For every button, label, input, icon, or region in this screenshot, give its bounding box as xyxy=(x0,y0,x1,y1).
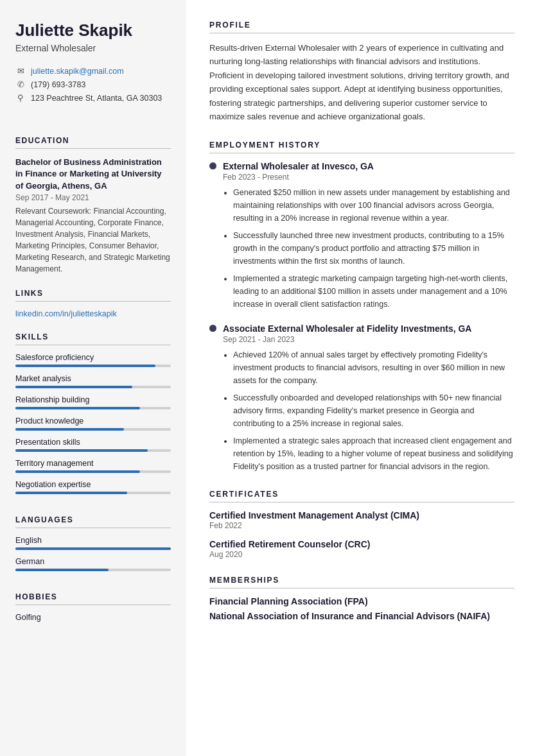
education-degree: Bachelor of Business Administration in F… xyxy=(15,157,171,192)
skill-salesforce: Salesforce proficiency xyxy=(15,353,171,367)
skill-negotiation: Negotiation expertise xyxy=(15,480,171,494)
email-link[interactable]: juliette.skapik@gmail.com xyxy=(31,67,124,76)
skill-salesforce-bar-bg xyxy=(15,365,171,367)
education-section-title: EDUCATION xyxy=(15,136,171,149)
phone-icon: ✆ xyxy=(15,80,26,89)
job-invesco-bullet-3: Implemented a strategic marketing campai… xyxy=(233,272,514,311)
memberships-section-title: MEMBERSHIPS xyxy=(209,576,514,588)
job-invesco-title-text: External Wholesaler at Invesco, GA xyxy=(223,161,374,171)
membership-fpa: Financial Planning Association (FPA) xyxy=(209,596,514,606)
job-invesco-dot xyxy=(209,162,216,169)
skill-product-bar-bg xyxy=(15,428,171,431)
skill-product-bar-fill xyxy=(15,428,124,431)
skill-salesforce-bar-fill xyxy=(15,365,155,367)
email-icon: ✉ xyxy=(15,66,26,76)
skill-relationship-label: Relationship building xyxy=(15,395,171,404)
skill-market-bar-bg xyxy=(15,386,171,388)
cert-crc-date: Aug 2020 xyxy=(209,550,514,559)
language-german: German xyxy=(15,557,171,571)
job-fidelity-title-text: Associate External Wholesaler at Fidelit… xyxy=(223,323,471,334)
main-content: PROFILE Results-driven External Wholesal… xyxy=(186,0,535,756)
language-english-bar-fill xyxy=(15,547,171,550)
skill-presentation-bar-fill xyxy=(15,449,148,452)
skill-presentation-bar-bg xyxy=(15,449,171,452)
skill-negotiation-label: Negotiation expertise xyxy=(15,480,171,489)
skill-product: Product knowledge xyxy=(15,417,171,431)
skill-negotiation-bar-bg xyxy=(15,492,171,494)
skill-territory-bar-fill xyxy=(15,470,140,473)
skill-presentation: Presentation skills xyxy=(15,438,171,452)
membership-naifa: National Association of Insurance and Fi… xyxy=(209,611,514,621)
cert-cima-date: Feb 2022 xyxy=(209,521,514,530)
skill-relationship: Relationship building xyxy=(15,395,171,409)
job-invesco-dates: Feb 2023 - Present xyxy=(223,173,514,182)
sidebar: Juliette Skapik External Wholesaler ✉ ju… xyxy=(0,0,186,756)
job-fidelity-bullets: Achieved 120% of annual sales target by … xyxy=(223,348,514,473)
skill-presentation-label: Presentation skills xyxy=(15,438,171,447)
language-english-bar-bg xyxy=(15,547,171,550)
skill-negotiation-bar-fill xyxy=(15,492,127,494)
skills-section-title: SKILLS xyxy=(15,332,171,345)
job-invesco-bullet-1: Generated $250 million in new assets und… xyxy=(233,186,514,225)
address-text: 123 Peachtree St, Atlanta, GA 30303 xyxy=(31,94,162,103)
contact-block: ✉ juliette.skapik@gmail.com ✆ (179) 693-… xyxy=(15,66,171,107)
language-english: English xyxy=(15,536,171,550)
job-invesco-title: External Wholesaler at Invesco, GA xyxy=(209,161,514,171)
job-invesco-bullet-2: Successfully launched three new investme… xyxy=(233,229,514,268)
employment-section-title: EMPLOYMENT HISTORY xyxy=(209,141,514,153)
education-coursework: Relevant Coursework: Financial Accountin… xyxy=(15,205,171,275)
skill-relationship-bar-bg xyxy=(15,407,171,409)
skill-territory: Territory management xyxy=(15,459,171,473)
job-fidelity-bullet-2: Successfully onboarded and developed rel… xyxy=(233,391,514,430)
cert-cima-name: Certified Investment Management Analyst … xyxy=(209,510,514,520)
skill-relationship-bar-fill xyxy=(15,407,140,409)
cert-cima: Certified Investment Management Analyst … xyxy=(209,510,514,530)
resume: Juliette Skapik External Wholesaler ✉ ju… xyxy=(0,0,535,756)
hobby-golfing: Golfing xyxy=(15,613,171,622)
language-german-label: German xyxy=(15,557,171,566)
job-fidelity-dot xyxy=(209,325,216,332)
contact-phone: ✆ (179) 693-3783 xyxy=(15,80,171,89)
skill-salesforce-label: Salesforce proficiency xyxy=(15,353,171,362)
location-icon: ⚲ xyxy=(15,93,26,103)
certificates-section-title: CERTIFICATES xyxy=(209,490,514,503)
linkedin-link[interactable]: linkedin.com/in/julietteskapik xyxy=(15,309,171,318)
candidate-title: External Wholesaler xyxy=(15,43,171,53)
skill-territory-bar-bg xyxy=(15,470,171,473)
phone-text: (179) 693-3783 xyxy=(31,80,85,89)
education-dates: Sep 2017 - May 2021 xyxy=(15,193,171,202)
profile-text: Results-driven External Wholesaler with … xyxy=(209,41,514,124)
skill-market-analysis: Market analysis xyxy=(15,374,171,388)
language-english-label: English xyxy=(15,536,171,545)
contact-address: ⚲ 123 Peachtree St, Atlanta, GA 30303 xyxy=(15,93,171,103)
skill-territory-label: Territory management xyxy=(15,459,171,468)
contact-email: ✉ juliette.skapik@gmail.com xyxy=(15,66,171,76)
language-german-bar-bg xyxy=(15,569,171,571)
skill-market-bar-fill xyxy=(15,386,132,388)
job-fidelity-dates: Sep 2021 - Jan 2023 xyxy=(223,335,514,344)
cert-crc: Certified Retirement Counselor (CRC) Aug… xyxy=(209,539,514,559)
job-fidelity-title: Associate External Wholesaler at Fidelit… xyxy=(209,323,514,334)
job-fidelity: Associate External Wholesaler at Fidelit… xyxy=(209,323,514,473)
skill-product-label: Product knowledge xyxy=(15,417,171,425)
skill-market-analysis-label: Market analysis xyxy=(15,374,171,383)
job-fidelity-bullet-3: Implemented a strategic sales approach t… xyxy=(233,434,514,473)
job-fidelity-bullet-1: Achieved 120% of annual sales target by … xyxy=(233,348,514,387)
links-section-title: LINKS xyxy=(15,289,171,302)
job-invesco: External Wholesaler at Invesco, GA Feb 2… xyxy=(209,161,514,311)
cert-crc-name: Certified Retirement Counselor (CRC) xyxy=(209,539,514,549)
job-invesco-bullets: Generated $250 million in new assets und… xyxy=(223,186,514,311)
profile-section-title: PROFILE xyxy=(209,21,514,33)
hobbies-section-title: HOBBIES xyxy=(15,592,171,605)
candidate-name: Juliette Skapik xyxy=(15,21,171,40)
languages-section-title: LANGUAGES xyxy=(15,515,171,528)
language-german-bar-fill xyxy=(15,569,109,571)
